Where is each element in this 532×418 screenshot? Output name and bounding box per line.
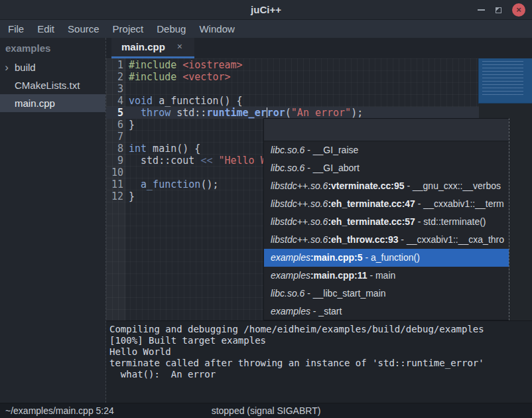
statusbar: ~/examples/main.cpp 5:24 stopped (signal… — [0, 403, 532, 418]
chevron-right-icon[interactable]: › — [0, 59, 13, 76]
popup-search-field[interactable] — [264, 119, 509, 141]
window-close-icon[interactable]: × — [512, 3, 525, 17]
overview-text-lines — [482, 61, 523, 98]
tree-item-build[interactable]: ›build — [0, 58, 105, 76]
code-line[interactable]: } — [129, 190, 135, 202]
tree-item-label: main.cpp — [0, 94, 55, 112]
line-number: 5 — [106, 107, 123, 119]
file-tree-sidebar: examples ›buildCMakeLists.txtmain.cpp — [0, 38, 105, 403]
project-name: examples — [0, 38, 105, 58]
code-line[interactable]: #include <iostream> — [129, 59, 243, 71]
backtrace-entry[interactable]: libc.so.6 - __GI_raise — [264, 141, 509, 159]
line-number: 3 — [106, 83, 123, 95]
console-output-line: [100%] Built target examples — [109, 335, 529, 346]
menu-window[interactable]: Window — [198, 20, 235, 38]
tree-item-label: build — [13, 58, 36, 76]
menu-source[interactable]: Source — [66, 20, 101, 38]
editor-column: main.cpp × 123456789101112 #include <ios… — [105, 38, 532, 403]
menu-file[interactable]: File — [7, 20, 25, 38]
code-line[interactable]: throw std::runtime_error("An error"); — [129, 107, 363, 119]
line-number: 4 — [106, 95, 123, 107]
menu-debug[interactable]: Debug — [155, 20, 187, 38]
tab-label: main.cpp — [121, 38, 165, 56]
line-number: 2 — [106, 71, 123, 83]
menu-project[interactable]: Project — [111, 20, 145, 38]
status-debug-state: stopped (signal SIGABRT) — [0, 403, 532, 418]
tab-main-cpp[interactable]: main.cpp × — [111, 38, 194, 58]
console-output-line: Compiling and debugging /home/eidheim/ex… — [109, 324, 529, 335]
code-line[interactable]: a_function(); — [129, 178, 218, 190]
debug-output-console[interactable]: Compiling and debugging /home/eidheim/ex… — [106, 320, 532, 403]
code-line[interactable]: } — [129, 119, 135, 131]
console-output-line: what(): An error — [109, 369, 529, 380]
backtrace-entry[interactable]: libstdc++.so.6:eh_terminate.cc:47 - __cx… — [264, 195, 509, 213]
code-overview-tooltip — [478, 58, 532, 104]
tree-item-cmakelists-txt[interactable]: CMakeLists.txt — [0, 76, 105, 94]
tree-item-main-cpp[interactable]: main.cpp — [0, 94, 105, 112]
line-number: 11 — [106, 178, 123, 190]
line-number: 8 — [106, 143, 123, 155]
code-line[interactable]: #include <vector> — [129, 71, 231, 83]
line-number: 6 — [106, 119, 123, 131]
window-controls: × — [478, 0, 525, 20]
backtrace-entry[interactable]: libc.so.6 - __GI_abort — [264, 159, 509, 177]
tree-item-label: CMakeLists.txt — [0, 76, 80, 94]
titlebar: juCi++ × — [0, 0, 532, 20]
code-editor[interactable]: 123456789101112 #include <iostream>#incl… — [106, 58, 532, 320]
minimize-icon[interactable] — [478, 9, 485, 11]
backtrace-entry[interactable]: examples:main.cpp:11 - main — [264, 267, 509, 285]
menubar: FileEditSourceProjectDebugWindow — [0, 20, 532, 38]
backtrace-entry[interactable]: examples:main.cpp:5 - a_function() — [264, 249, 509, 267]
backtrace-entry[interactable]: libstdc++.so.6:eh_terminate.cc:57 - std:… — [264, 213, 509, 231]
tabbar: main.cpp × — [106, 38, 532, 58]
backtrace-entry[interactable]: libc.so.6 - __libc_start_main — [264, 285, 509, 303]
tab-close-icon[interactable]: × — [177, 38, 182, 56]
window-title: juCi++ — [0, 0, 532, 20]
backtrace-entry[interactable]: libstdc++.so.6:eh_throw.cc:93 - __cxxabi… — [264, 231, 509, 249]
console-output-line: terminate called after throwing an insta… — [109, 358, 529, 369]
code-line[interactable]: void a_function() { — [129, 95, 243, 107]
restore-icon[interactable] — [496, 7, 501, 13]
backtrace-entry[interactable]: examples - _start — [264, 303, 509, 320]
backtrace-entry[interactable]: libstdc++.so.6:vterminate.cc:95 - __gnu_… — [264, 177, 509, 195]
line-number: 1 — [106, 59, 123, 71]
line-number: 12 — [106, 190, 123, 202]
backtrace-list: libc.so.6 - __GI_raiselibc.so.6 - __GI_a… — [264, 141, 509, 320]
code-line[interactable]: int main() { — [129, 143, 200, 155]
line-number: 9 — [106, 155, 123, 167]
code-line[interactable]: std::cout << "Hello W — [129, 155, 267, 167]
line-number: 10 — [106, 167, 123, 178]
menu-edit[interactable]: Edit — [36, 20, 56, 38]
console-output-line: Hello World — [109, 346, 529, 358]
line-number: 7 — [106, 131, 123, 143]
backtrace-popup: libc.so.6 - __GI_raiselibc.so.6 - __GI_a… — [263, 118, 509, 320]
